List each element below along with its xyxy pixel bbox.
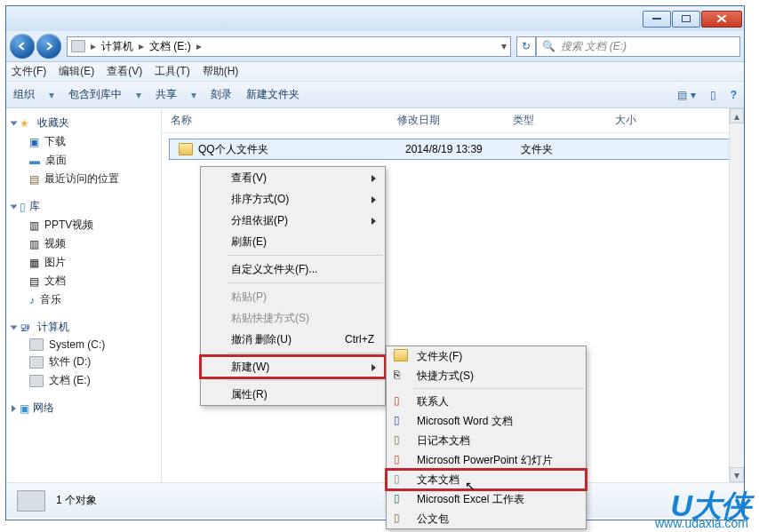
status-count: 1 个对象: [56, 493, 97, 508]
search-icon: 🔍: [542, 40, 555, 52]
menu-file[interactable]: 文件(F): [12, 64, 46, 79]
sub-txt[interactable]: ▯文本文档: [387, 470, 586, 489]
address-bar[interactable]: ▸ 计算机 ▸ 文档 (E:) ▸ ▾: [67, 36, 511, 57]
scroll-down-button[interactable]: ▾: [730, 467, 744, 482]
sub-ppt[interactable]: ▯Microsoft PowerPoint 幻灯片: [387, 450, 586, 470]
folder-icon: [179, 143, 193, 155]
sidebar-item-recent[interactable]: ▤最近访问的位置: [10, 170, 157, 188]
sidebar-computer-head[interactable]: 🖳计算机: [10, 318, 157, 337]
submenu-arrow-icon: [372, 196, 376, 203]
col-name[interactable]: 名称: [162, 113, 388, 128]
sidebar-item-music[interactable]: ♪音乐: [10, 290, 157, 309]
toolbar-share[interactable]: 共享: [156, 87, 177, 102]
ctx-view[interactable]: 查看(V): [201, 167, 385, 188]
sidebar-network-head[interactable]: ▣网络: [10, 399, 157, 417]
submenu-arrow-icon: [372, 175, 376, 182]
sub-separator: [413, 388, 584, 389]
excel-icon: ▯: [394, 492, 408, 504]
sidebar-item-pptv[interactable]: ▥PPTV视频: [10, 216, 157, 234]
dropdown-icon[interactable]: ▾: [501, 40, 507, 52]
drive-icon: [17, 490, 45, 512]
search-placeholder: 搜索 文档 (E:): [561, 39, 627, 54]
sub-contact[interactable]: ▯联系人: [387, 392, 586, 411]
file-type: 文件夹: [512, 142, 614, 157]
powerpoint-icon: ▯: [394, 453, 408, 465]
sub-folder[interactable]: 文件夹(F): [387, 346, 586, 366]
drive-icon: [29, 356, 44, 369]
watermark-url: www.udaxia.com: [655, 516, 748, 530]
svg-rect-0: [652, 18, 661, 20]
vertical-scrollbar[interactable]: ▴ ▾: [729, 108, 744, 482]
col-date[interactable]: 修改日期: [388, 113, 504, 128]
shortcut-icon: ⎘: [394, 369, 408, 381]
sidebar-libraries-head[interactable]: ▯库: [10, 197, 157, 216]
video-icon: ▥: [29, 219, 39, 232]
ctx-separator: [228, 255, 383, 256]
sub-journal[interactable]: ▯日记本文档: [387, 431, 586, 450]
ctx-refresh[interactable]: 刷新(E): [201, 231, 385, 252]
close-button[interactable]: [701, 11, 742, 28]
menu-view[interactable]: 查看(V): [107, 64, 142, 79]
breadcrumb-sep: ▸: [139, 40, 144, 52]
ctx-group[interactable]: 分组依据(P): [201, 210, 385, 231]
toolbar-include[interactable]: 包含到库中: [68, 87, 122, 102]
submenu-arrow-icon: [372, 218, 376, 225]
file-row[interactable]: QQ个人文件夹 2014/8/19 13:39 文件夹: [169, 139, 737, 160]
sidebar-item-documents-e[interactable]: 文档 (E:): [10, 371, 157, 390]
sidebar-item-downloads[interactable]: ▣下载: [10, 132, 157, 151]
sidebar-item-videos[interactable]: ▥视频: [10, 234, 157, 253]
menu-edit[interactable]: 编辑(E): [59, 64, 94, 79]
sub-excel[interactable]: ▯Microsoft Excel 工作表: [387, 489, 586, 509]
menu-tools[interactable]: 工具(T): [155, 64, 189, 79]
view-options-icon[interactable]: ▤ ▾: [677, 89, 695, 101]
back-button[interactable]: [10, 34, 35, 59]
sidebar: ★收藏夹 ▣下载 ▬桌面 ▤最近访问的位置 ▯库 ▥PPTV视频 ▥视频 ▦图片…: [6, 108, 162, 482]
ctx-sort[interactable]: 排序方式(O): [201, 188, 385, 210]
toolbar-organize[interactable]: 组织: [13, 87, 35, 102]
network-icon: ▣: [20, 402, 29, 415]
refresh-button[interactable]: ↻: [516, 36, 536, 57]
ctx-paste-shortcut: 粘贴快捷方式(S): [201, 307, 385, 329]
forward-button[interactable]: [36, 34, 61, 59]
search-box[interactable]: 🔍 搜索 文档 (E:): [536, 36, 740, 57]
sidebar-item-pictures[interactable]: ▦图片: [10, 253, 157, 272]
sub-shortcut[interactable]: ⎘快捷方式(S): [387, 366, 586, 385]
drive-icon: [71, 40, 85, 52]
sub-word[interactable]: ▯Microsoft Word 文档: [387, 411, 586, 431]
sub-briefcase[interactable]: ▯公文包: [387, 509, 586, 528]
ctx-customize[interactable]: 自定义文件夹(F)...: [201, 258, 385, 280]
toolbar-burn[interactable]: 刻录: [211, 87, 232, 102]
breadcrumb-drive[interactable]: 文档 (E:): [149, 39, 191, 54]
col-type[interactable]: 类型: [504, 113, 606, 128]
library-icon: ▯: [20, 201, 26, 213]
journal-icon: ▯: [394, 433, 408, 446]
help-icon[interactable]: ?: [731, 89, 737, 101]
file-date: 2014/8/19 13:39: [396, 143, 512, 155]
maximize-button[interactable]: [672, 11, 700, 28]
ctx-separator: [228, 380, 383, 381]
new-submenu: 文件夹(F) ⎘快捷方式(S) ▯联系人 ▯Microsoft Word 文档 …: [386, 345, 587, 529]
computer-icon: 🖳: [20, 322, 34, 334]
sidebar-item-desktop[interactable]: ▬桌面: [10, 151, 157, 170]
col-size[interactable]: 大小: [606, 113, 744, 128]
toolbar-newfolder[interactable]: 新建文件夹: [246, 87, 300, 102]
sidebar-item-system-c[interactable]: System (C:): [10, 337, 157, 353]
sidebar-favorites-head[interactable]: ★收藏夹: [10, 114, 157, 132]
sidebar-item-software-d[interactable]: 软件 (D:): [10, 353, 157, 371]
shortcut-label: Ctrl+Z: [345, 333, 374, 345]
preview-pane-icon[interactable]: ▯: [710, 89, 716, 101]
menu-help[interactable]: 帮助(H): [203, 64, 239, 79]
breadcrumb-sep: ▸: [196, 40, 202, 52]
ctx-undo[interactable]: 撤消 删除(U)Ctrl+Z: [201, 329, 385, 350]
ctx-properties[interactable]: 属性(R): [201, 384, 385, 405]
toolbar: 组织▾ 包含到库中▾ 共享▾ 刻录 新建文件夹 ▤ ▾ ▯ ?: [6, 82, 744, 108]
breadcrumb-sep: ▸: [91, 40, 96, 52]
svg-rect-1: [682, 15, 691, 22]
scroll-up-button[interactable]: ▴: [730, 108, 744, 123]
desktop-icon: ▬: [29, 155, 40, 167]
minimize-button[interactable]: [643, 11, 671, 28]
sidebar-item-documents[interactable]: ▤文档: [10, 272, 157, 290]
breadcrumb-computer[interactable]: 计算机: [101, 39, 133, 54]
text-icon: ▯: [394, 472, 408, 485]
ctx-new[interactable]: 新建(W): [201, 356, 385, 377]
